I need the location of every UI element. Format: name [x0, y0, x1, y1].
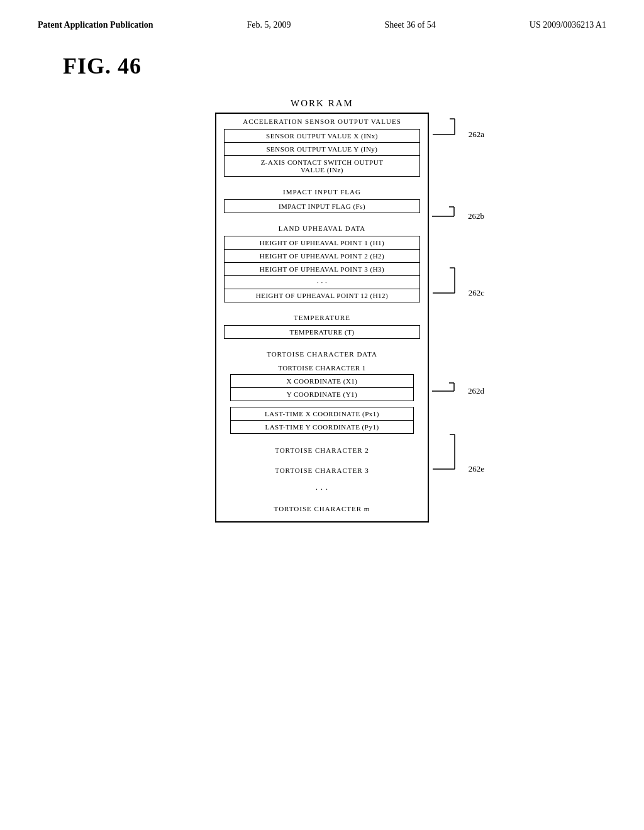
- accel-row-1: SENSOR OUTPUT VALUE X (INx): [225, 130, 419, 143]
- figure-title: FIG. 46: [0, 30, 644, 79]
- land-header: LAND UPHEAVAL DATA: [216, 221, 428, 236]
- temp-inner-box: TEMPERATURE (T): [224, 325, 420, 339]
- tortoise-char1-section: TORTOISE CHARACTER 1 X COORDINATE (X1) Y…: [224, 362, 420, 434]
- label-262c-text: 262c: [469, 288, 484, 298]
- tortoise-char1-header: TORTOISE CHARACTER 1: [224, 362, 420, 374]
- tortoise-char1-lastx: LAST-TIME X COORDINATE (Px1): [231, 407, 413, 421]
- label-262b-text: 262b: [468, 211, 484, 221]
- label-262d-text: 262d: [468, 386, 484, 396]
- tortoise-header: TORTOISE CHARACTER DATA: [216, 346, 428, 362]
- land-row-1: HEIGHT OF UPHEAVAL POINT 1 (H1): [225, 236, 419, 250]
- sheet-info: Sheet 36 of 54: [385, 20, 436, 30]
- land-row-12: HEIGHT OF UPHEAVAL POINT 12 (H12): [225, 289, 419, 302]
- tortoise-char3-header: TORTOISE CHARACTER 3: [216, 463, 428, 478]
- publication-type: Patent Application Publication: [38, 20, 153, 30]
- tortoise-charm-header: TORTOISE CHARACTER m: [216, 501, 428, 516]
- land-row-2: HEIGHT OF UPHEAVAL POINT 2 (H2): [225, 250, 419, 263]
- impact-inner-box: IMPACT INPUT FLAG (Fs): [224, 199, 420, 213]
- accel-header: ACCELERATION SENSOR OUTPUT VALUES: [216, 114, 428, 129]
- land-inner-box: HEIGHT OF UPHEAVAL POINT 1 (H1) HEIGHT O…: [224, 236, 420, 302]
- patent-number: US 2009/0036213 A1: [530, 20, 606, 30]
- accel-inner-box: SENSOR OUTPUT VALUE X (INx) SENSOR OUTPU…: [224, 129, 420, 177]
- tortoise-char1-coord-box: X COORDINATE (X1) Y COORDINATE (Y1): [230, 374, 414, 401]
- label-262a: 262a: [433, 116, 484, 153]
- tortoise-dots: · · ·: [216, 483, 428, 496]
- publication-date: Feb. 5, 2009: [247, 20, 291, 30]
- label-262a-text: 262a: [469, 130, 484, 140]
- accel-row-2: SENSOR OUTPUT VALUE Y (INy): [225, 143, 419, 156]
- page-header: Patent Application Publication Feb. 5, 2…: [0, 0, 644, 30]
- label-262d: 262d: [432, 380, 484, 402]
- tortoise-char1-lastcoord-box: LAST-TIME X COORDINATE (Px1) LAST-TIME Y…: [230, 407, 414, 434]
- land-dots: · · ·: [225, 276, 419, 289]
- temp-header: TEMPERATURE: [216, 310, 428, 325]
- diagram-area: WORK RAM ACCELERATION SENSOR OUTPUT VALU…: [0, 98, 644, 523]
- tortoise-char1-y: Y COORDINATE (Y1): [231, 388, 413, 401]
- tortoise-char1-x: X COORDINATE (X1): [231, 375, 413, 388]
- work-ram-container: WORK RAM ACCELERATION SENSOR OUTPUT VALU…: [215, 98, 429, 523]
- label-262e: 262e: [433, 431, 484, 507]
- temp-row-1: TEMPERATURE (T): [225, 326, 419, 338]
- label-262e-text: 262e: [469, 464, 484, 474]
- tortoise-char2-header: TORTOISE CHARACTER 2: [216, 443, 428, 458]
- impact-header: IMPACT INPUT FLAG: [216, 184, 428, 199]
- land-row-3: HEIGHT OF UPHEAVAL POINT 3 (H3): [225, 263, 419, 276]
- work-ram-title: WORK RAM: [215, 98, 429, 109]
- label-262b: 262b: [432, 204, 484, 229]
- outer-box: ACCELERATION SENSOR OUTPUT VALUES SENSOR…: [215, 113, 429, 523]
- label-262c: 262c: [433, 265, 484, 321]
- accel-row-3: Z-AXIS CONTACT SWITCH OUTPUTVALUE (INz): [225, 156, 419, 176]
- impact-row-1: IMPACT INPUT FLAG (Fs): [225, 200, 419, 213]
- tortoise-char1-lasty: LAST-TIME Y COORDINATE (Py1): [231, 421, 413, 433]
